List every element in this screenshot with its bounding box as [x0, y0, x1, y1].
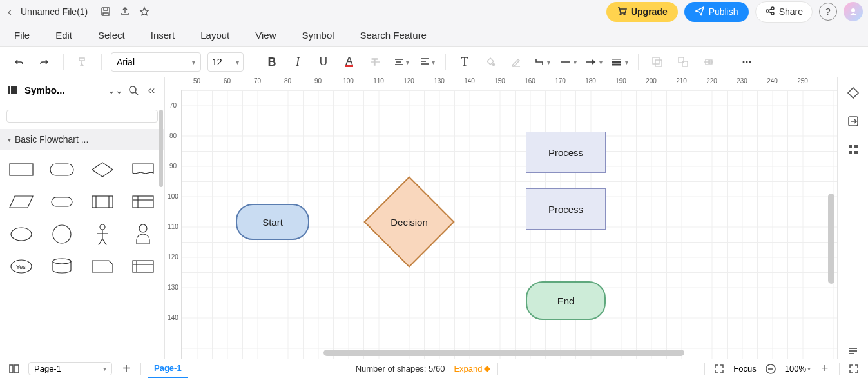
zoom-level[interactable]: 100% ▾ [785, 364, 811, 373]
fullscreen-icon[interactable] [846, 361, 862, 377]
shape-rectangle[interactable] [4, 156, 39, 183]
menu-file[interactable]: File [14, 30, 30, 41]
shape-card[interactable] [85, 253, 121, 280]
undo-button[interactable] [9, 52, 28, 72]
svg-line-36 [135, 92, 138, 95]
shape-yes-connector[interactable]: Yes [4, 253, 39, 280]
zoom-in-button[interactable]: + [817, 361, 833, 377]
send-icon [695, 6, 705, 18]
shape-parallelogram[interactable] [4, 188, 39, 215]
shape-rounded-rect[interactable] [44, 156, 80, 183]
arrow-style-button[interactable]: ▾ [584, 52, 603, 72]
back-button[interactable]: ‹ [5, 5, 14, 19]
menu-search-feature[interactable]: Search Feature [360, 30, 427, 41]
page-tab-1[interactable]: Page-1 [148, 359, 188, 379]
connector-style-button[interactable]: ▾ [532, 52, 552, 72]
outline-icon[interactable] [6, 361, 22, 377]
menu-view[interactable]: View [255, 30, 276, 41]
line-style-button[interactable]: ▾ [558, 52, 577, 72]
shape-process-1[interactable]: Process [526, 132, 606, 173]
page-dropdown[interactable]: Page-1▾ [28, 362, 112, 375]
svg-point-48 [100, 224, 105, 230]
svg-rect-69 [14, 365, 19, 373]
add-page-button[interactable]: + [119, 361, 134, 377]
menu-layout[interactable]: Layout [200, 30, 229, 41]
help-icon[interactable]: ? [819, 3, 837, 21]
strikethrough-button[interactable]: T [365, 52, 385, 72]
group-button[interactable] [648, 52, 667, 72]
menu-edit[interactable]: Edit [55, 30, 72, 41]
sidebar-scrollbar[interactable] [159, 103, 163, 359]
shape-user[interactable] [125, 221, 160, 248]
svg-rect-61 [849, 145, 852, 148]
star-icon[interactable] [138, 5, 151, 18]
underline-button[interactable]: U [314, 52, 333, 72]
shape-capsule[interactable] [44, 188, 80, 215]
text-tool-button[interactable]: T [455, 52, 474, 72]
grid-panel-icon[interactable] [845, 142, 861, 157]
avatar[interactable] [844, 2, 863, 21]
ungroup-button[interactable] [673, 52, 693, 72]
line-color-button[interactable] [506, 52, 526, 72]
export-panel-icon[interactable] [845, 114, 861, 129]
zoom-out-button[interactable] [763, 361, 778, 377]
shape-ellipse[interactable] [4, 221, 39, 248]
save-icon[interactable] [99, 5, 112, 18]
italic-button[interactable]: I [288, 52, 307, 72]
list-panel-icon[interactable] [845, 343, 861, 359]
canvas[interactable]: Start Decision Process Process End [182, 90, 837, 359]
style-panel-icon[interactable] [845, 85, 861, 101]
svg-point-4 [771, 7, 774, 10]
menu-symbol[interactable]: Symbol [302, 30, 334, 41]
upgrade-button[interactable]: Upgrade [606, 2, 678, 22]
font-color-button[interactable]: A [340, 52, 359, 72]
shape-end[interactable]: End [526, 281, 606, 320]
publish-button[interactable]: Publish [684, 2, 749, 22]
svg-point-5 [771, 12, 774, 15]
shape-circle[interactable] [44, 221, 80, 248]
line-weight-button[interactable]: ▾ [610, 52, 629, 72]
shape-decision[interactable]: Decision [363, 190, 455, 254]
filename[interactable]: Unnamed File(1) [21, 6, 88, 17]
bold-button[interactable]: B [262, 52, 282, 72]
svg-point-30 [746, 61, 748, 63]
menu-select[interactable]: Select [98, 30, 125, 41]
shape-document[interactable] [125, 156, 160, 183]
shape-actor[interactable] [85, 221, 121, 248]
format-painter-button[interactable] [73, 52, 92, 72]
canvas-scrollbar-horizontal[interactable] [323, 350, 684, 356]
fill-color-button[interactable] [481, 52, 500, 72]
shape-process-2[interactable]: Process [526, 188, 606, 230]
font-name: Arial [117, 57, 135, 67]
redo-button[interactable] [35, 52, 54, 72]
more-button[interactable] [737, 52, 757, 72]
sidebar-body: Basic Flowchart ... Yes [0, 103, 164, 359]
svg-rect-32 [8, 86, 10, 94]
shape-table[interactable] [125, 253, 160, 280]
fit-screen-icon[interactable] [711, 361, 727, 377]
shape-start[interactable]: Start [236, 204, 309, 240]
align-h-button[interactable]: ▾ [391, 52, 410, 72]
shape-cylinder[interactable] [44, 253, 80, 280]
shape-diamond[interactable] [85, 156, 121, 183]
svg-rect-38 [50, 164, 73, 175]
collapse-sidebar-icon[interactable]: ‹‹ [145, 84, 158, 97]
export-icon[interactable] [119, 5, 131, 18]
font-select[interactable]: Arial▾ [111, 52, 201, 72]
search-icon[interactable] [127, 84, 140, 97]
align-objects-button[interactable] [699, 52, 719, 72]
canvas-scrollbar-vertical[interactable] [828, 194, 834, 284]
align-v-button[interactable]: ▾ [417, 52, 436, 72]
menubar: File Edit Select Insert Layout View Symb… [0, 23, 868, 46]
expand-link[interactable]: Expand [454, 364, 491, 373]
share-button[interactable]: Share [755, 1, 813, 23]
shape-predefined[interactable] [85, 188, 121, 215]
focus-button[interactable]: Focus [733, 364, 756, 373]
category-basic-flowchart[interactable]: Basic Flowchart ... [0, 129, 164, 150]
font-size-select[interactable]: 12▾ [207, 52, 244, 72]
menu-insert[interactable]: Insert [151, 30, 175, 41]
svg-rect-63 [849, 151, 852, 154]
shape-internal-storage[interactable] [125, 188, 160, 215]
expand-icon[interactable]: ⌄⌄ [109, 84, 122, 97]
svg-rect-40 [92, 196, 113, 208]
